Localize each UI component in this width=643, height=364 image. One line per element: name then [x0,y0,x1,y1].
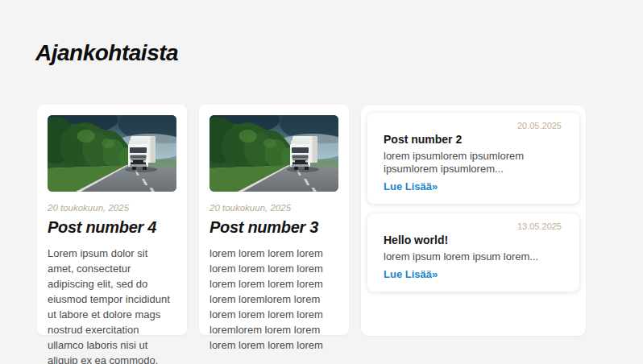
truck-on-road-illustration [48,115,176,192]
post-2-excerpt: lorem ipsumlorem ipsumlorem ipsumlorem i… [384,150,562,176]
hello-world-read-more-link[interactable]: Lue Lisää» [384,268,438,280]
post-2-title: Post number 2 [384,133,562,146]
post-card-3: 20 toukokuun, 2025 Post number 3 lorem l… [199,105,349,335]
truck-on-road-illustration [209,115,338,192]
hello-world-date: 13.05.2025 [384,221,562,231]
post-3-title: Post number 3 [209,218,338,237]
post-2-date: 20.05.2025 [384,121,562,130]
post-card-4: 20 toukokuun, 2025 Post number 4 Lorem i… [37,105,187,335]
recent-posts-panel: 20.05.2025 Post number 2 lorem ipsumlore… [361,105,586,336]
post-2-read-more-link[interactable]: Lue Lisää» [384,180,438,192]
post-card-hello-world: 13.05.2025 Hello world! lorem ipsum lore… [367,213,579,292]
post-3-featured-image truck-photo [209,115,338,192]
hello-world-excerpt: lorem ipsum lorem ipsum lorem... [384,250,562,263]
post-card-2: 20.05.2025 Post number 2 lorem ipsumlore… [367,113,579,204]
post-4-featured-image truck-photo [48,115,176,192]
post-4-title: Post number 4 [48,218,176,237]
hello-world-title: Hello world! [384,234,562,246]
post-3-date: 20 toukokuun, 2025 [209,203,338,213]
page-title: Ajankohtaista [35,40,178,66]
post-4-excerpt: Lorem ipsum dolor sit amet, consectetur … [48,246,176,364]
post-3-excerpt: lorem lorem lorem lorem lorem lorem lore… [209,246,338,353]
post-4-date: 20 toukokuun, 2025 [48,203,176,213]
